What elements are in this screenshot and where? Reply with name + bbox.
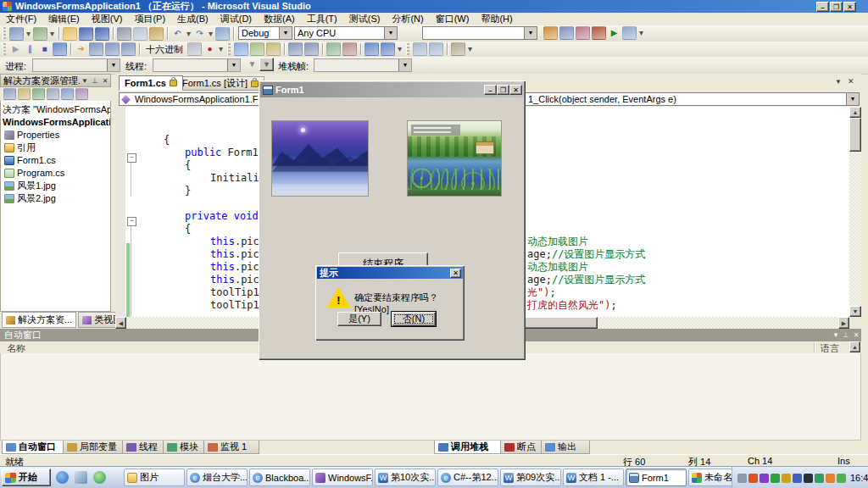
solution-node[interactable]: 决方案 "WindowsFormsApplicati <box>3 103 111 115</box>
indicator-margin[interactable] <box>115 107 125 317</box>
view-class-diagram-icon[interactable] <box>75 88 88 100</box>
member-combo[interactable]: 1_Click(object sender, EventArgs e)▼ <box>490 92 860 106</box>
step-out-icon[interactable] <box>121 42 136 56</box>
menu-item[interactable]: 帮助(H) <box>475 13 518 25</box>
tray-icon[interactable] <box>804 474 813 483</box>
tray-icon[interactable] <box>782 474 791 483</box>
taskbar-button[interactable]: Form1 <box>626 469 687 486</box>
menu-item[interactable]: 数据(A) <box>258 13 301 25</box>
tab-0[interactable]: 自动窗口 <box>2 441 70 454</box>
create-snippet-icon[interactable] <box>234 42 248 56</box>
find-combo[interactable]: ▼ <box>422 26 537 40</box>
dialog-titlebar[interactable]: 提示 ✕ <box>317 267 463 279</box>
menu-item[interactable]: 调试(D) <box>214 13 258 25</box>
surround-with-icon[interactable] <box>250 42 264 56</box>
process-combo[interactable]: ▼ <box>32 58 120 72</box>
chevron-down-icon[interactable]: ▼ <box>279 27 292 39</box>
show-all-files-icon[interactable] <box>18 88 31 100</box>
menu-item[interactable]: 生成(B) <box>171 13 214 25</box>
taskbar-button[interactable]: W文档 1 -... <box>563 469 624 486</box>
taskbar-button[interactable]: eBlackboa... <box>249 469 310 486</box>
tray-icon[interactable] <box>826 474 835 483</box>
indent-decrease-icon[interactable] <box>288 42 303 56</box>
minimize-button[interactable]: – <box>484 85 497 95</box>
vertical-scrollbar[interactable]: ▲ ▼ <box>849 107 861 317</box>
stop-icon[interactable]: ■ <box>38 43 51 55</box>
scroll-left-icon[interactable]: ◀ <box>115 317 126 329</box>
cut-icon[interactable] <box>117 27 131 41</box>
window-menu-icon[interactable]: ▼ <box>80 77 90 85</box>
scroll-right-icon[interactable]: ▶ <box>838 317 849 329</box>
tray-icon[interactable] <box>793 474 802 483</box>
pointer-icon[interactable] <box>187 42 202 56</box>
pin-icon[interactable]: ⊥ <box>841 331 851 339</box>
continue-icon[interactable]: ▶ <box>9 43 22 55</box>
picturebox-night-landscape[interactable] <box>271 120 369 197</box>
chevron-down-icon[interactable]: ▼ <box>524 27 537 39</box>
tree-item[interactable]: Properties <box>4 129 59 141</box>
bookmark-prev-icon[interactable] <box>364 42 379 56</box>
quick-launch-msn-icon[interactable] <box>93 471 106 484</box>
scroll-down-icon[interactable]: ▼ <box>849 306 861 317</box>
word-wrap-icon[interactable] <box>266 42 281 56</box>
taskbar-button[interactable]: e烟台大学... <box>186 469 248 486</box>
menu-item[interactable]: 工具(T) <box>301 13 343 25</box>
project-node[interactable]: WindowsFormsApplication1 <box>3 116 111 128</box>
tab-1[interactable]: 局部变量 <box>63 441 129 454</box>
show-next-statement-icon[interactable]: ➔ <box>75 43 87 55</box>
menu-item[interactable]: 窗口(W) <box>430 13 476 25</box>
vertical-scroll-thumb[interactable] <box>849 118 861 152</box>
refresh-icon[interactable] <box>32 88 45 100</box>
clear-bookmarks-icon[interactable] <box>451 42 465 56</box>
chevron-down-icon[interactable]: ▾ <box>467 43 473 55</box>
taskbar-button[interactable]: W第09次实... <box>500 469 561 486</box>
properties-window-icon[interactable] <box>559 26 574 40</box>
yes-button[interactable]: 是(Y) <box>337 312 381 326</box>
flag-filter-icon[interactable]: ▼ <box>246 58 259 70</box>
tree-item[interactable]: Program.cs <box>4 167 64 179</box>
redo-icon[interactable]: ↷ <box>193 28 206 40</box>
tree-item[interactable]: 风景1.jpg <box>4 180 56 191</box>
chevron-down-icon[interactable]: ▾ <box>186 28 192 40</box>
thread-filter-toggle[interactable]: ▼ <box>259 58 274 71</box>
tray-icon[interactable] <box>748 474 758 483</box>
menu-item[interactable]: 视图(V) <box>86 13 129 25</box>
stackframe-combo[interactable]: ▼ <box>314 58 412 72</box>
menu-item[interactable]: 项目(P) <box>128 13 171 25</box>
open-file-icon[interactable] <box>63 27 77 41</box>
step-over-icon[interactable] <box>105 42 120 56</box>
autos-content[interactable] <box>0 353 861 441</box>
restart-icon[interactable] <box>53 42 67 56</box>
close-button[interactable]: ✕ <box>509 85 522 95</box>
columns-icon[interactable] <box>429 42 443 56</box>
tray-icon[interactable] <box>760 474 769 483</box>
tree-item[interactable]: 风景2.jpg <box>4 192 56 204</box>
show-desktop-icon[interactable] <box>75 471 87 484</box>
form1-titlebar[interactable]: Form1 – ❐ ✕ <box>260 82 524 97</box>
maximize-button[interactable]: ❐ <box>497 85 509 95</box>
tab-4[interactable]: 监视 1 <box>203 441 259 454</box>
solution-config-combo[interactable]: Debug▼ <box>238 26 292 40</box>
taskbar-button[interactable]: WindowsF... <box>312 469 373 486</box>
chevron-down-icon[interactable]: ▾ <box>49 28 55 40</box>
scroll-up-icon[interactable]: ▲ <box>849 341 860 352</box>
object-browser-icon[interactable] <box>576 26 590 40</box>
close-button[interactable]: ✕ <box>843 2 856 12</box>
start-button[interactable]: 开始 <box>2 469 51 486</box>
scroll-up-icon[interactable]: ▲ <box>849 107 861 118</box>
solution-explorer-icon[interactable] <box>543 26 558 40</box>
taskbar-button[interactable]: 图片 <box>124 469 185 486</box>
breakpoint-margin-icon[interactable] <box>413 42 427 56</box>
document-list-icon[interactable]: ▼ <box>835 78 842 86</box>
tab-r0[interactable]: 调用堆栈 <box>434 441 507 454</box>
menu-item[interactable]: 文件(F) <box>0 13 42 25</box>
tab-solution-explorer[interactable]: 解决方案资... <box>2 312 76 328</box>
toolbox-icon[interactable] <box>592 26 606 40</box>
tab-form1-cs[interactable]: Form1.cs <box>119 75 183 91</box>
view-code-icon[interactable] <box>47 88 59 100</box>
save-icon[interactable] <box>79 27 93 41</box>
chevron-down-icon[interactable]: ▾ <box>218 43 224 55</box>
breakpoints-window-icon[interactable]: ● <box>203 43 216 55</box>
comment-icon[interactable] <box>326 42 341 56</box>
pin-icon[interactable]: ⊥ <box>90 77 100 85</box>
